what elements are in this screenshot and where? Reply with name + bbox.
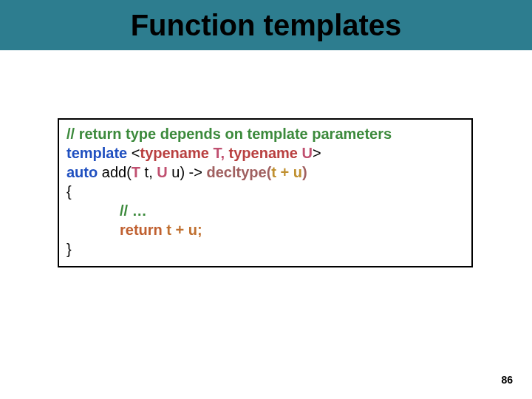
param-u-arrow: u) ->	[171, 164, 206, 180]
param-U: U	[157, 164, 171, 180]
code-line-3: auto add(T t, U u) -> decltype(t + u)	[66, 163, 464, 182]
comment-line: // return type depends on template param…	[66, 126, 392, 142]
code-line-5: // …	[66, 201, 464, 220]
code-box: // return type depends on template param…	[58, 118, 473, 267]
title-bar: Function templates	[0, 0, 532, 50]
typename-keyword-1: typename	[140, 145, 214, 161]
inner-comment: // …	[120, 202, 147, 219]
tparam-U: U	[302, 145, 313, 161]
code-line-2: template <typename T, typename U>	[66, 143, 464, 163]
template-keyword: template	[66, 145, 132, 161]
param-T: T	[132, 164, 145, 180]
rangle: >	[313, 145, 321, 161]
page-number: 86	[501, 374, 513, 386]
code-line-7: }	[66, 239, 464, 259]
typename-keyword-2: typename	[229, 145, 302, 161]
code-line-6: return t + u;	[66, 220, 464, 239]
slide-title: Function templates	[131, 9, 402, 42]
code-line-1: // return type depends on template param…	[66, 124, 464, 143]
auto-keyword: auto	[66, 164, 102, 180]
decltype-close: )	[302, 164, 307, 180]
return-expr: t + u;	[166, 222, 202, 238]
param-t: t,	[145, 164, 157, 180]
fn-name: add(	[102, 164, 132, 180]
decltype-keyword: decltype(	[207, 164, 272, 180]
langle: <	[132, 145, 140, 161]
code-line-4: {	[66, 182, 464, 201]
tparam-T: T,	[213, 145, 228, 161]
return-keyword: return	[120, 222, 166, 238]
decltype-expr: t + u	[271, 164, 302, 180]
